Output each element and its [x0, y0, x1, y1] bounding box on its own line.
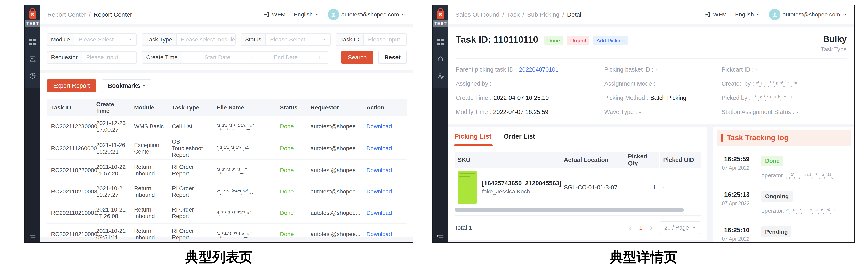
timeline-line	[755, 227, 755, 242]
requestor-input[interactable]: Requestor Please Input	[46, 51, 137, 64]
horizontal-scrollbar[interactable]	[455, 208, 684, 211]
create-time-range[interactable]: Create Time Start Date - End Date	[142, 51, 329, 64]
search-button[interactable]: Search	[341, 51, 373, 64]
language-selector[interactable]: English	[294, 11, 320, 18]
tracking-timeline: 16:25:59 07 Apr 2022 Done operator. ˌʻ˛²…	[717, 146, 851, 242]
chevron-down-icon	[401, 12, 406, 17]
entry-operator: operator. ᵛʻ˛ ¹²˛ ʻ˛ ᵘ˛ ˢ˛ ²ˌ ᵉ˛ ʻ⁰˛ ¹	[761, 207, 836, 214]
topbar-right: WFM English autotest@shopee.com	[705, 9, 847, 20]
home-icon[interactable]	[437, 56, 444, 63]
create-time-label: Create Time	[142, 52, 182, 63]
wfm-switch[interactable]: WFM	[705, 11, 727, 18]
status-badge: Done	[277, 137, 308, 160]
download-link[interactable]: Download	[364, 224, 407, 243]
range-separator: -	[251, 54, 252, 61]
table-row: RC202110210000... 2021-10-2109:51:11 Ret…	[46, 224, 407, 243]
total-count: Total 1	[455, 225, 472, 231]
reset-button[interactable]: Reset	[378, 51, 407, 64]
table-row: RC202111260000... 2021-11-2615:20:21 Exc…	[46, 137, 407, 160]
detail-item: Station Assignment Status :-	[721, 109, 847, 115]
sku-id: [16425743650_2120045563]	[482, 180, 561, 187]
breadcrumb-item[interactable]: Sub Picking	[527, 11, 560, 18]
detail-item: Pickcart ID :-	[721, 66, 847, 73]
parent-task-link[interactable]: 202204070101	[519, 66, 559, 73]
status-badge: Done	[277, 116, 308, 137]
avatar	[769, 9, 780, 20]
user-email: autotest@shopee.com	[782, 11, 840, 18]
list-page-screenshot: S TEST Report Center /	[24, 4, 413, 243]
calendar-icon	[319, 55, 324, 60]
prev-page-icon[interactable]: ‹	[629, 224, 632, 232]
next-page-icon[interactable]: ›	[650, 224, 652, 232]
detail-page-screenshot: S TEST Sales Outbound /	[432, 4, 855, 243]
status-badge: Done	[277, 160, 308, 181]
detail-item: Created by :ᵛʻ˛ᵍ˛ʰ˛ʻ ʻ˛ᵍ ˢʻ˛ʼᵉ ˛ʼᵐ	[721, 80, 847, 87]
user-edit-icon[interactable]	[437, 72, 444, 79]
user-menu[interactable]: autotest@shopee.com	[328, 9, 406, 20]
language-selector[interactable]: English	[735, 11, 761, 18]
apps-grid-icon[interactable]	[29, 39, 36, 46]
task-type-label: Task Type	[821, 46, 847, 53]
detail-item: Create Time :2022-04-07 16:25:10	[456, 95, 604, 101]
list-page-main: Report Center / Report Center WFM Englis…	[40, 5, 413, 242]
col-module: Module	[131, 99, 169, 116]
sidebar-top: S TEST	[25, 5, 40, 88]
actual-location: SGL-CC-01-01-3-07	[561, 168, 625, 206]
export-report-button[interactable]: Export Report	[46, 79, 96, 92]
task-type-select[interactable]: Task Type Please select module...	[142, 33, 236, 46]
download-link[interactable]: Download	[364, 160, 407, 181]
report-table: Task ID Create Time Module Task Type Fil…	[46, 99, 407, 243]
breadcrumb-item[interactable]: Task	[507, 11, 520, 18]
detail-item: Assignment Mode :-	[604, 80, 721, 87]
status-placeholder: Please Select	[270, 36, 318, 43]
detail-grid: Parent picking task ID :202204070101 Ass…	[456, 66, 847, 115]
accent-bar	[721, 134, 723, 142]
avatar	[328, 9, 339, 20]
report-board-icon[interactable]	[29, 56, 36, 63]
entry-time: 16:25:59	[717, 156, 749, 163]
wfm-switch[interactable]: WFM	[264, 11, 286, 18]
table-row: RC202110210003... 2021-10-2119:27:27 Ret…	[46, 181, 407, 202]
download-link[interactable]: Download	[364, 181, 407, 202]
download-link[interactable]: Download	[364, 202, 407, 224]
apps-grid-icon[interactable]	[437, 39, 444, 46]
status-select[interactable]: Status Please Select	[241, 33, 331, 46]
entry-date: 07 Apr 2022	[717, 236, 749, 242]
breadcrumb-parent[interactable]: Report Center	[48, 11, 86, 18]
sidebar-collapse-icon[interactable]	[25, 233, 40, 239]
task-id-label: Task ID	[336, 34, 364, 45]
language-label: English	[294, 11, 313, 18]
timeline-entry: 16:25:10 07 Apr 2022 Pending operator: ʸ…	[717, 227, 849, 242]
chevron-down-icon	[692, 225, 696, 230]
breadcrumb-item[interactable]: Sales Outbound	[455, 11, 499, 18]
add-picking-button[interactable]: Add Picking	[593, 36, 628, 45]
svg-text:S: S	[31, 12, 34, 18]
tracking-header: Task Tracking log	[717, 130, 851, 146]
task-detail-card: Task ID: 110110110 Done Urgent Add Picki…	[448, 27, 854, 124]
module-select[interactable]: Module Please Select	[46, 33, 137, 46]
table-toolbar: Export Report Bookmarks ▾	[46, 79, 407, 92]
download-link[interactable]: Download	[364, 137, 407, 160]
user-menu[interactable]: autotest@shopee.com	[769, 9, 847, 20]
shopee-logo-icon: S	[435, 8, 446, 19]
detail-lower-row: Picking List Order List SKU Actual Locat…	[448, 127, 854, 242]
caption-list-page: 典型列表页	[24, 248, 413, 267]
pie-chart-icon[interactable]	[29, 72, 36, 79]
tab-order-list[interactable]: Order List	[504, 133, 535, 140]
bookmarks-dropdown[interactable]: Bookmarks ▾	[102, 79, 151, 92]
timeline-entry: 16:25:13 07 Apr 2022 Ongoing operator. ᵛ…	[717, 191, 849, 227]
entry-status-badge: Ongoing	[761, 191, 792, 202]
detail-item: Assigned by :-	[456, 80, 604, 87]
task-type-value: Bulky	[821, 34, 847, 44]
page-1[interactable]: 1	[639, 225, 642, 231]
detail-content: Task ID: 110110110 Done Urgent Add Picki…	[448, 27, 854, 242]
task-id-input[interactable]: Task ID Please Input	[336, 33, 407, 46]
entry-date: 07 Apr 2022	[717, 165, 749, 171]
sidebar-collapse-icon[interactable]	[433, 233, 448, 239]
tabs: Picking List Order List	[455, 133, 701, 146]
page-size-select[interactable]: 20 / Page	[660, 221, 701, 234]
shopee-logo-icon: S	[27, 8, 38, 19]
tab-picking-list[interactable]: Picking List	[455, 133, 491, 140]
download-link[interactable]: Download	[364, 116, 407, 137]
wfm-label: WFM	[713, 11, 727, 18]
